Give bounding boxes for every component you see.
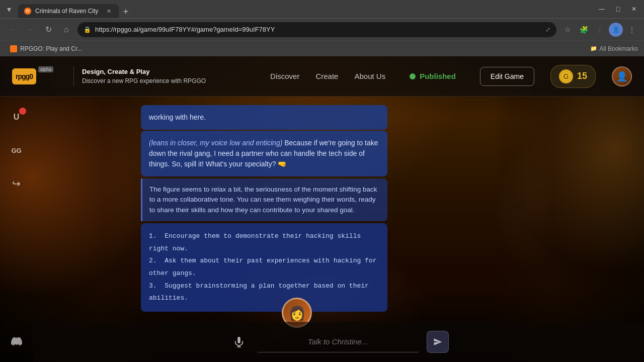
message-ai-1: (leans in closer, my voice low and entic… bbox=[141, 131, 387, 176]
send-button[interactable] bbox=[427, 331, 449, 353]
nav-discover[interactable]: Discover bbox=[270, 72, 299, 80]
browser-chrome: ▾ R Criminals of Raven City ✕ ＋ — ⎕ ✕ ← … bbox=[0, 0, 644, 56]
tagline-strong: Design, Create & Play bbox=[82, 67, 206, 77]
message-narrator: The figure seems to relax a bit, the ser… bbox=[141, 178, 387, 221]
tab-close-btn[interactable]: ✕ bbox=[105, 7, 113, 15]
sidebar-discord-icon[interactable] bbox=[6, 331, 27, 352]
user-avatar[interactable]: 👤 bbox=[612, 66, 632, 86]
message-prefix: working with here. bbox=[141, 105, 387, 130]
bookmark-rpggo[interactable]: RPGGO: Play and Cr... bbox=[6, 43, 86, 54]
sidebar-character-icon[interactable]: U bbox=[6, 107, 27, 128]
refresh-button[interactable]: ↻ bbox=[41, 23, 55, 37]
tab-bar: R Criminals of Raven City ✕ ＋ bbox=[18, 0, 133, 18]
extensions-icon[interactable]: 🧩 bbox=[577, 23, 591, 37]
sidebar-share-icon[interactable]: ↪ bbox=[6, 173, 27, 194]
coins-count: 15 bbox=[577, 71, 587, 81]
tab-title: Criminals of Raven City bbox=[35, 8, 98, 15]
active-tab[interactable]: R Criminals of Raven City ✕ bbox=[18, 4, 119, 18]
back-button[interactable]: ← bbox=[5, 23, 19, 37]
url-input[interactable] bbox=[95, 26, 541, 33]
mic-button[interactable] bbox=[228, 331, 250, 352]
prefix-text: working with here. bbox=[149, 113, 206, 121]
minimize-button[interactable]: — bbox=[596, 3, 608, 15]
published-button[interactable]: Published bbox=[401, 68, 464, 84]
talk-input[interactable] bbox=[258, 331, 419, 352]
profile-icon[interactable]: 👤 bbox=[609, 23, 623, 37]
coins-display[interactable]: G 15 bbox=[550, 65, 596, 88]
mic-icon bbox=[233, 336, 245, 347]
bookmark-star-icon[interactable]: ☆ bbox=[560, 23, 575, 37]
choice-3[interactable]: 3. Suggest brainstorming a plan together… bbox=[149, 280, 379, 305]
narrator-text: The figure seems to relax a bit, the ser… bbox=[149, 186, 377, 214]
all-bookmarks-label: All Bookmarks bbox=[599, 45, 638, 52]
tab-favicon: R bbox=[24, 8, 31, 15]
home-button[interactable]: ⌂ bbox=[59, 23, 73, 37]
right-wall-light bbox=[503, 97, 644, 273]
message-italic: (leans in closer, my voice low and entic… bbox=[149, 139, 282, 147]
logo-wrapper: rpgg0 alpha bbox=[12, 68, 53, 84]
browser-titlebar: ▾ R Criminals of Raven City ✕ ＋ — ⎕ ✕ bbox=[0, 0, 644, 18]
vertical-divider: | bbox=[593, 23, 607, 37]
app-container: rpgg0 alpha Design, Create & Play Discov… bbox=[0, 56, 644, 362]
character-badge bbox=[19, 108, 26, 115]
logo-section: rpgg0 alpha bbox=[12, 68, 53, 84]
address-bar[interactable]: 🔒 ⤢ bbox=[77, 22, 556, 37]
left-sidebar: U GG ↪ bbox=[0, 97, 33, 362]
window-controls: — ⎕ ✕ bbox=[596, 3, 640, 15]
nav-create[interactable]: Create bbox=[315, 72, 338, 80]
send-icon bbox=[433, 337, 442, 346]
bookmarks-bar: RPGGO: Play and Cr... 📁 All Bookmarks bbox=[0, 40, 644, 56]
tab-group-dropdown[interactable]: ▾ bbox=[4, 4, 14, 14]
bookmarks-right: 📁 All Bookmarks bbox=[590, 45, 638, 52]
logo-tagline: Design, Create & Play Discover a new RPG… bbox=[82, 67, 206, 86]
choice-1[interactable]: 1. Encourage them to demonstrate their h… bbox=[149, 230, 379, 255]
edit-game-button[interactable]: Edit Game bbox=[480, 67, 534, 86]
logo-box[interactable]: rpgg0 bbox=[12, 68, 36, 84]
sidebar-gg-icon[interactable]: GG bbox=[6, 140, 27, 161]
logo-divider bbox=[73, 66, 74, 86]
choice-2[interactable]: 2. Ask them about their past experiences… bbox=[149, 255, 379, 280]
external-link-icon: ⤢ bbox=[545, 26, 550, 33]
maximize-button[interactable]: ⎕ bbox=[612, 3, 624, 15]
published-label: Published bbox=[420, 72, 456, 80]
nav-links: Discover Create About Us Published Edit … bbox=[270, 65, 632, 88]
chat-messages: working with here. (leans in closer, my … bbox=[141, 105, 387, 312]
new-tab-button[interactable]: ＋ bbox=[119, 4, 133, 18]
discord-svg bbox=[11, 336, 22, 347]
forward-button[interactable]: → bbox=[23, 23, 37, 37]
bookmark-label: RPGGO: Play and Cr... bbox=[20, 45, 82, 52]
published-dot bbox=[410, 73, 416, 79]
talk-bar bbox=[33, 322, 644, 362]
message-choices: 1. Encourage them to demonstrate their h… bbox=[141, 223, 387, 312]
bookmark-favicon bbox=[10, 45, 17, 52]
browser-toolbar: ← → ↻ ⌂ 🔒 ⤢ ☆ 🧩 | 👤 ⋮ bbox=[0, 18, 644, 40]
toolbar-icons: ☆ 🧩 | 👤 ⋮ bbox=[560, 23, 639, 37]
tagline-text: Discover a new RPG experience with RPGGO bbox=[82, 77, 206, 84]
close-button[interactable]: ✕ bbox=[628, 3, 640, 15]
nav-header: rpgg0 alpha Design, Create & Play Discov… bbox=[0, 56, 644, 97]
lock-icon: 🔒 bbox=[84, 26, 91, 33]
nav-about-us[interactable]: About Us bbox=[354, 72, 385, 80]
coin-icon: G bbox=[559, 69, 573, 83]
menu-icon[interactable]: ⋮ bbox=[625, 23, 639, 37]
alpha-badge: alpha bbox=[38, 66, 53, 72]
